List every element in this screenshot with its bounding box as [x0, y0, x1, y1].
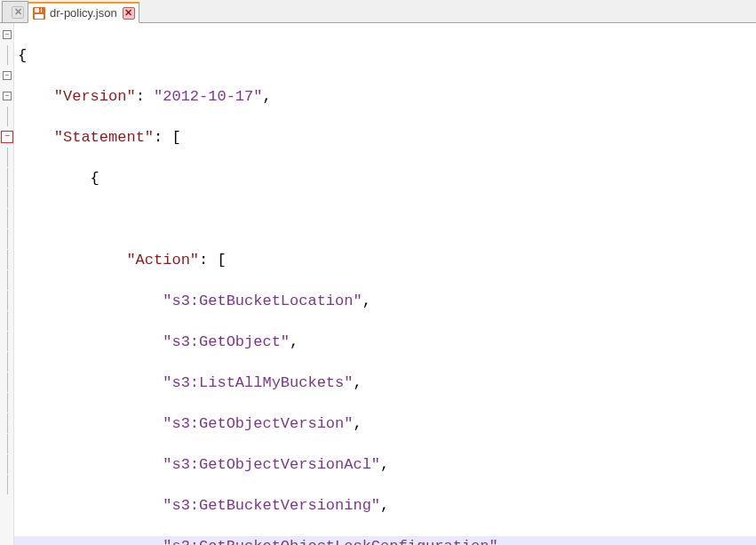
- code-line[interactable]: "s3:GetBucketVersioning",: [14, 495, 756, 516]
- fold-minus-icon[interactable]: −: [3, 71, 12, 80]
- editor: − − − − { "Version": "2012-10-17", "Stat…: [0, 23, 756, 545]
- close-icon[interactable]: ✕: [12, 6, 24, 19]
- fold-minus-icon[interactable]: −: [3, 92, 12, 100]
- save-icon: [32, 6, 46, 20]
- code-line[interactable]: "Action": [: [14, 250, 756, 270]
- code-line[interactable]: "Version": "2012-10-17",: [14, 86, 756, 107]
- close-icon[interactable]: ✕: [123, 7, 135, 20]
- code-line[interactable]: "s3:GetObjectVersionAcl",: [14, 454, 756, 475]
- code-area[interactable]: { "Version": "2012-10-17", "Statement": …: [14, 23, 756, 545]
- code-line[interactable]: [14, 209, 756, 229]
- code-line[interactable]: {: [14, 168, 756, 188]
- tab-dr-policy[interactable]: dr-policy.json ✕: [28, 2, 139, 23]
- code-line[interactable]: {: [14, 45, 756, 66]
- code-line[interactable]: "s3:ListAllMyBuckets",: [14, 373, 756, 393]
- code-line[interactable]: "s3:GetObject",: [14, 332, 756, 352]
- fold-minus-icon[interactable]: −: [3, 30, 12, 39]
- fold-gutter[interactable]: − − − −: [0, 23, 14, 545]
- code-line[interactable]: "s3:GetObjectVersion",: [14, 413, 756, 434]
- fold-minus-red-icon[interactable]: −: [1, 131, 13, 143]
- tab-bar: ✕ dr-policy.json ✕: [0, 0, 756, 23]
- tab-empty[interactable]: ✕: [2, 1, 28, 22]
- code-line-highlighted[interactable]: "s3:GetBucketObjectLockConfiguration",: [14, 536, 756, 545]
- code-line[interactable]: "s3:GetBucketLocation",: [14, 291, 756, 311]
- svg-rect-2: [39, 8, 41, 12]
- svg-rect-3: [35, 14, 44, 19]
- code-line[interactable]: "Statement": [: [14, 127, 756, 148]
- tab-label: dr-policy.json: [50, 6, 117, 20]
